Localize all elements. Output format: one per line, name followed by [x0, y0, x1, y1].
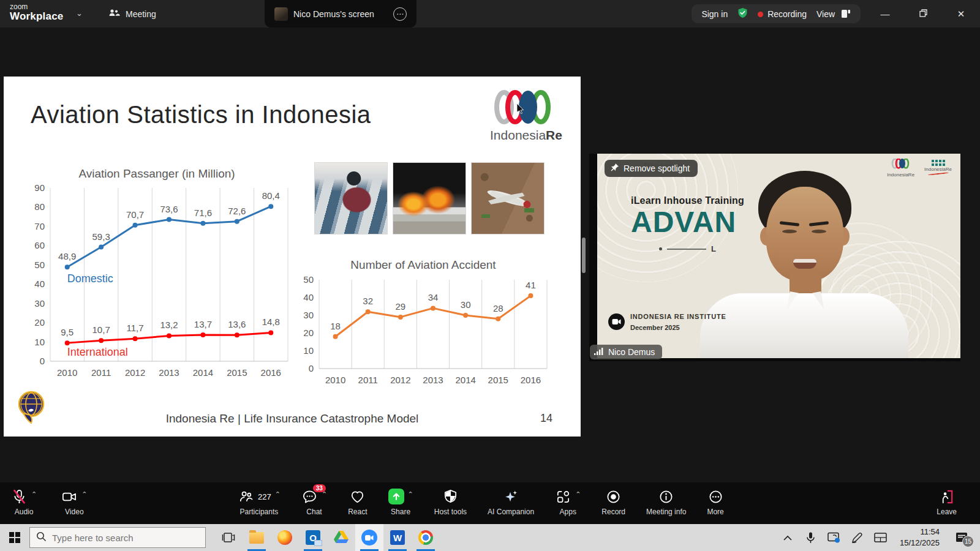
svg-text:2010: 2010: [325, 375, 345, 385]
remove-spotlight-label: Remove spotlight: [624, 163, 690, 173]
participants-count: 227: [258, 492, 271, 501]
taskbar-chrome[interactable]: [412, 524, 440, 551]
taskbar-outlook[interactable]: O: [299, 524, 327, 551]
tab-options-ellipsis-icon[interactable]: ⋯: [393, 7, 407, 21]
host-tools-button[interactable]: Host tools: [434, 487, 467, 516]
chat-chevron-icon[interactable]: ⌃: [322, 490, 327, 498]
apps-chevron-icon[interactable]: ⌃: [575, 490, 581, 498]
share-button[interactable]: ⌃ Share: [388, 487, 413, 516]
recording-indicator[interactable]: Recording: [758, 9, 807, 19]
svg-text:80,4: 80,4: [262, 190, 280, 201]
video-button[interactable]: ⌃ Video: [61, 487, 87, 516]
audio-options-chevron-icon[interactable]: ⌃: [31, 490, 37, 498]
video-label: Video: [65, 508, 83, 516]
taskbar-search[interactable]: [29, 527, 206, 548]
ai-companion-label: AI Companion: [488, 508, 534, 516]
tray-pen-icon[interactable]: [847, 524, 868, 551]
tray-touch-keyboard-icon[interactable]: [870, 524, 891, 551]
shirt-collar: [785, 292, 826, 313]
chat-bubble-icon: 33: [301, 489, 318, 505]
svg-text:14,8: 14,8: [262, 317, 280, 327]
video-options-chevron-icon[interactable]: ⌃: [81, 490, 87, 498]
recording-label: Recording: [767, 9, 807, 19]
audio-button[interactable]: ⌃ Audio: [11, 487, 37, 516]
taskbar-google-drive[interactable]: [327, 524, 355, 551]
apps-button[interactable]: ⌃ Apps: [555, 487, 581, 516]
svg-text:2010: 2010: [57, 367, 77, 378]
accident-chart-title: Number of Aviation Accident: [295, 258, 552, 272]
logo-text-bold: Re: [546, 128, 562, 142]
svg-text:2014: 2014: [455, 375, 475, 385]
slide-page-number: 14: [540, 412, 552, 425]
notification-count-badge: 15: [962, 536, 974, 547]
taskbar-clock[interactable]: 11:54 15/12/2025: [894, 524, 946, 551]
taskbar-zoom[interactable]: [355, 524, 383, 551]
react-button[interactable]: React: [348, 487, 367, 516]
participants-icon: [238, 489, 254, 505]
meeting-info-button[interactable]: Meeting info: [646, 487, 686, 516]
svg-text:50: 50: [303, 274, 314, 285]
share-chevron-icon[interactable]: ⌃: [408, 490, 413, 498]
title-bar: zoom Workplace ⌄ Meeting Nico Demus's sc…: [0, 0, 980, 28]
taskbar-word[interactable]: W: [383, 524, 412, 551]
security-shield-icon[interactable]: [737, 7, 748, 20]
start-button[interactable]: [0, 524, 29, 551]
maximize-button[interactable]: [904, 0, 942, 28]
video-camera-icon: [61, 489, 78, 505]
meeting-toolbar: ⌃ Audio ⌃ Video 227: [0, 482, 980, 524]
remove-spotlight-button[interactable]: Remove spotlight: [605, 160, 698, 177]
slide-title: Aviation Statistics in Indonesia: [31, 101, 371, 129]
svg-text:2014: 2014: [193, 367, 213, 378]
notification-center-button[interactable]: 15: [948, 524, 975, 551]
shield-icon: [442, 489, 459, 505]
presenter-video: Danantara IndonesiaRe IndonesiaRe: [597, 154, 960, 358]
participants-chevron-icon[interactable]: ⌃: [275, 490, 281, 498]
firefox-icon: [277, 530, 292, 545]
svg-text:32: 32: [363, 296, 373, 306]
tab-shared-screen[interactable]: Nico Demus's screen ⋯: [265, 0, 417, 28]
photo-burning-airplane: [393, 162, 466, 234]
svg-text:70: 70: [34, 221, 45, 231]
slide-footer-text: Indonesia Re | Life Insurance Catastroph…: [4, 412, 581, 425]
taskbar-file-explorer[interactable]: [243, 524, 271, 551]
scrollbar-handle[interactable]: [582, 238, 586, 273]
ai-companion-button[interactable]: AI Companion: [488, 487, 534, 516]
participants-button[interactable]: 227 ⌃ Participants: [238, 487, 281, 516]
participant-name: Nico Demus: [608, 347, 655, 357]
svg-text:40: 40: [34, 279, 45, 289]
tray-chevron-icon[interactable]: [777, 524, 798, 551]
leave-button[interactable]: Leave: [937, 487, 957, 516]
close-button[interactable]: ✕: [942, 0, 980, 28]
tab-meeting[interactable]: Meeting: [98, 0, 166, 28]
record-button[interactable]: Record: [601, 487, 625, 516]
more-button[interactable]: More: [707, 487, 723, 516]
svg-text:2012: 2012: [125, 367, 145, 378]
workspace-dropdown-chevron-icon[interactable]: ⌄: [76, 9, 83, 18]
participants-label: Participants: [240, 508, 279, 516]
zoom-workplace-logo: zoom Workplace: [10, 3, 63, 21]
tray-screenshare-icon[interactable]: [824, 524, 845, 551]
connection-bars-icon: [594, 347, 604, 357]
svg-text:30: 30: [303, 310, 314, 320]
svg-text:2015: 2015: [488, 375, 508, 385]
chat-label: Chat: [306, 508, 322, 516]
word-icon: W: [390, 530, 405, 545]
search-input[interactable]: [52, 533, 187, 543]
sign-in-link[interactable]: Sign in: [701, 9, 728, 19]
chat-button[interactable]: 33 ⌃ Chat: [301, 487, 327, 516]
svg-text:0: 0: [309, 363, 314, 373]
more-ellipsis-icon: [707, 489, 724, 505]
windows-taskbar: O W: [0, 524, 980, 551]
taskbar-firefox[interactable]: [271, 524, 299, 551]
view-button[interactable]: View: [816, 9, 851, 19]
svg-text:2011: 2011: [358, 375, 378, 385]
windows-logo-icon: [9, 532, 20, 543]
audio-label: Audio: [15, 508, 34, 516]
task-view-button[interactable]: [214, 524, 243, 551]
svg-text:71,6: 71,6: [194, 208, 212, 218]
zoom-app-icon: [361, 530, 377, 545]
institute-name: INDONESIA RE INSTITUTE: [630, 313, 726, 320]
svg-text:34: 34: [428, 292, 439, 302]
tray-microphone-icon[interactable]: [801, 524, 821, 551]
minimize-button[interactable]: —: [866, 0, 904, 28]
